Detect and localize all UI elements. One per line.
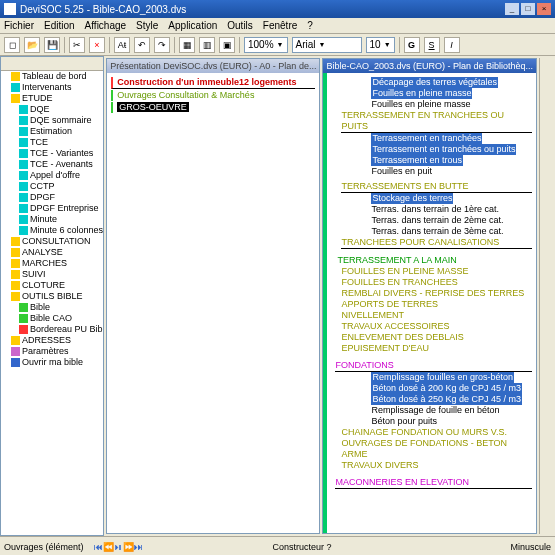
section[interactable]: TERRASSEMENT A LA MAIN [337, 255, 532, 266]
section[interactable]: REMBLAI DIVERS - REPRISE DES TERRES [341, 288, 532, 299]
menu-fenetre[interactable]: Fenêtre [263, 20, 297, 31]
heading[interactable]: Construction d'un immeuble12 logements [111, 77, 315, 89]
window-title: DeviSOC 5.25 - Bible-CAO_2003.dvs [20, 4, 186, 15]
list-item[interactable]: Fouilles en pleine masse [371, 88, 472, 99]
maximize-button[interactable]: □ [521, 3, 535, 15]
tree-item[interactable]: Ouvrir ma bible [9, 357, 103, 368]
open-icon[interactable]: 📂 [24, 37, 40, 53]
panel-icon[interactable]: ▣ [219, 37, 235, 53]
underline-button[interactable]: S [424, 37, 440, 53]
tree-item[interactable]: TCE - Variantes [17, 148, 103, 159]
tree-item[interactable]: TCE [17, 137, 103, 148]
section[interactable]: CHAINAGE FONDATION OU MURS V.S. [341, 427, 532, 438]
menu-outils[interactable]: Outils [227, 20, 253, 31]
section[interactable]: APPORTS DE TERRES [341, 299, 532, 310]
tree-item[interactable]: CCTP [17, 181, 103, 192]
close-button[interactable]: × [537, 3, 551, 15]
pane1-title[interactable]: Présentation DeviSOC.dvs (EURO) - A0 - P… [107, 59, 319, 73]
list-item[interactable]: Terras. dans terrain de 1ère cat. [371, 204, 532, 215]
list-item[interactable]: Terras. dans terrain de 2ème cat. [371, 215, 532, 226]
menu-fichier[interactable]: Fichier [4, 20, 34, 31]
section[interactable]: FOUILLES EN TRANCHEES [341, 277, 532, 288]
section[interactable]: ENLEVEMENT DES DEBLAIS [341, 332, 532, 343]
section[interactable]: TRANCHEES POUR CANALISATIONS [341, 237, 532, 249]
tree-item[interactable]: DPGF Entreprise [17, 203, 103, 214]
pane2-title[interactable]: Bible-CAO_2003.dvs (EURO) - Plan de Bibl… [323, 59, 536, 73]
list-item[interactable]: Fouilles en pleine masse [371, 99, 532, 110]
redo-icon[interactable]: ↷ [154, 37, 170, 53]
tree-item[interactable]: Bordereau PU Bible [17, 324, 103, 335]
section[interactable]: TRAVAUX DIVERS [341, 460, 532, 471]
font-combo[interactable]: Arial▼ [292, 37, 362, 53]
bold-button[interactable]: G [404, 37, 420, 53]
list-item[interactable]: Terrassement en trous [371, 155, 463, 166]
tree-item[interactable]: ADRESSES [9, 335, 103, 346]
menu-edition[interactable]: Edition [44, 20, 75, 31]
tree-item[interactable]: Estimation [17, 126, 103, 137]
tree-item[interactable]: SUIVI [9, 269, 103, 280]
list-item[interactable]: Terrassement en tranchées ou puits [371, 144, 516, 155]
tree-item[interactable]: Bible CAO [17, 313, 103, 324]
tree-item[interactable]: Minute [17, 214, 103, 225]
section[interactable]: MACONNERIES EN ELEVATION [335, 477, 532, 489]
tree-item[interactable]: CLOTURE [9, 280, 103, 291]
section[interactable]: NIVELLEMENT [341, 310, 532, 321]
left-pane: Présentation DeviSOC.dvs (EURO) - A0 - P… [106, 58, 320, 534]
fontsize-combo[interactable]: 10▼ [366, 37, 395, 53]
format-icon[interactable]: Aŧ [114, 37, 130, 53]
tree-item[interactable]: Paramètres [9, 346, 103, 357]
tree-item[interactable]: ANALYSE [9, 247, 103, 258]
tree-item[interactable]: DQE [17, 104, 103, 115]
scrollbar[interactable] [539, 58, 553, 534]
menubar: Fichier Edition Affichage Style Applicat… [0, 18, 555, 34]
status-left: Ouvrages (élément) [4, 542, 84, 552]
tree-item[interactable]: Tableau de bord [9, 71, 103, 82]
list-item[interactable]: Décapage des terres végétales [371, 77, 498, 88]
list-item[interactable]: Terrassement en tranchées [371, 133, 482, 144]
list-item[interactable]: Béton dosé à 250 Kg de CPJ 45 / m3 [371, 394, 522, 405]
tree-item[interactable]: Intervenants [9, 82, 103, 93]
list-item[interactable]: Remplissage de fouille en béton [371, 405, 532, 416]
list-item[interactable]: Terras. dans terrain de 3ème cat. [371, 226, 532, 237]
list-item[interactable]: Béton dosé à 200 Kg de CPJ 45 / m3 [371, 383, 522, 394]
tree-item[interactable]: DQE sommaire [17, 115, 103, 126]
tree-item[interactable]: ETUDE [9, 93, 103, 104]
zoom-combo[interactable]: 100%▼ [244, 37, 288, 53]
menu-affichage[interactable]: Affichage [85, 20, 127, 31]
undo-icon[interactable]: ↶ [134, 37, 150, 53]
section[interactable]: TERRASSEMENTS EN BUTTE [341, 181, 532, 193]
toolbar: ◻ 📂 💾 ✂ × Aŧ ↶ ↷ ▦ ▥ ▣ 100%▼ Arial▼ 10▼ … [0, 34, 555, 56]
tree-item[interactable]: Bible [17, 302, 103, 313]
tree-item[interactable]: DPGF [17, 192, 103, 203]
tree-item[interactable]: Minute 6 colonnes [17, 225, 103, 236]
section[interactable]: FONDATIONS [335, 360, 532, 372]
menu-application[interactable]: Application [168, 20, 217, 31]
tree-item[interactable]: CONSULTATION [9, 236, 103, 247]
tree-item[interactable]: TCE - Avenants [17, 159, 103, 170]
section[interactable]: FOUILLES EN PLEINE MASSE [341, 266, 532, 277]
list-item[interactable]: Remplissage fouilles en gros-béton [371, 372, 514, 383]
tree-item[interactable]: Appel d'offre [17, 170, 103, 181]
tree-item[interactable]: MARCHES [9, 258, 103, 269]
new-icon[interactable]: ◻ [4, 37, 20, 53]
section[interactable]: TERRASSEMENT EN TRANCHEES OU PUITS [341, 110, 532, 133]
delete-icon[interactable]: × [89, 37, 105, 53]
list-item[interactable]: Béton pour puits [371, 416, 532, 427]
menu-style[interactable]: Style [136, 20, 158, 31]
section[interactable]: EPUISEMENT D'EAU [341, 343, 532, 354]
minimize-button[interactable]: _ [505, 3, 519, 15]
list-item[interactable]: Stockage des terres [371, 193, 453, 204]
save-icon[interactable]: 💾 [44, 37, 60, 53]
cut-icon[interactable]: ✂ [69, 37, 85, 53]
app-icon [4, 3, 16, 15]
subheading[interactable]: Ouvrages Consultation & Marchés [111, 90, 315, 101]
section[interactable]: TRAVAUX ACCESSOIRES [341, 321, 532, 332]
menu-help[interactable]: ? [307, 20, 313, 31]
grid-icon[interactable]: ▦ [179, 37, 195, 53]
list-item[interactable]: GROS-OEUVRE [111, 102, 315, 113]
split-icon[interactable]: ▥ [199, 37, 215, 53]
section[interactable]: OUVRAGES DE FONDATIONS - BETON ARME [341, 438, 532, 460]
list-item[interactable]: Fouilles en puit [371, 166, 532, 177]
italic-button[interactable]: I [444, 37, 460, 53]
tree-item[interactable]: OUTILS BIBLE [9, 291, 103, 302]
